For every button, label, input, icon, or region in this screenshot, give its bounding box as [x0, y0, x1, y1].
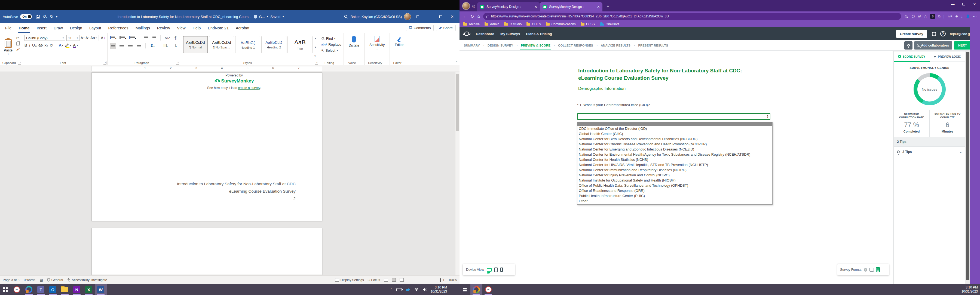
surveymonkey-logo-icon[interactable] — [463, 30, 470, 37]
dropdown-option-blank[interactable] — [578, 122, 772, 126]
tab-review[interactable]: Review — [154, 23, 174, 33]
bookmark-archive[interactable]: Archive — [463, 22, 480, 26]
split-screen-icon[interactable]: ⧉ — [938, 14, 940, 18]
tab-help[interactable]: Help — [189, 23, 204, 33]
close-button[interactable]: ✕ — [447, 13, 457, 21]
taskbar-word[interactable]: W — [95, 284, 107, 295]
user-avatar[interactable] — [404, 13, 411, 20]
style-no-spacing[interactable]: AaBbCcDd¶ No Spac... — [209, 36, 234, 53]
help-icon[interactable]: ? — [940, 31, 946, 36]
sensitivity-status[interactable]: General — [48, 278, 63, 282]
browser-tab-1[interactable]: SurveyMonkey Design : ✕ — [477, 2, 540, 11]
bold-button[interactable]: B — [24, 43, 27, 48]
more-menu-icon[interactable]: ⋯ — [973, 14, 977, 19]
font-dialog-launcher[interactable]: ↘ — [103, 62, 107, 65]
browser-profile-avatar[interactable] — [462, 2, 470, 10]
address-bar[interactable]: https://www.surveymonkey.com/create/prev… — [483, 13, 901, 20]
create-survey-button[interactable]: Create survey — [896, 30, 927, 38]
browser-restore-button[interactable] — [958, 0, 969, 8]
zoom-level[interactable]: 100% — [449, 278, 457, 282]
browser-minimize-button[interactable]: — — [947, 0, 958, 8]
taskbar-outlook[interactable]: O — [47, 284, 59, 295]
bookmark-star-icon[interactable]: ☆ — [924, 14, 927, 19]
numbering-icon[interactable]: ▾ — [119, 35, 127, 41]
taskbar-clipchamp[interactable] — [23, 284, 35, 295]
styles-dialog-launcher[interactable]: ↘ — [315, 62, 318, 65]
start-button[interactable] — [460, 284, 470, 295]
tab-draw[interactable]: Draw — [50, 23, 67, 33]
tracking-shield-icon[interactable]: ⬡ — [912, 14, 915, 19]
bullets-icon[interactable]: ▾ — [110, 35, 117, 41]
tab-mailings[interactable]: Mailings — [132, 23, 154, 33]
dropdown-option[interactable]: Public Health Infrastructure Center (PHI… — [578, 193, 772, 198]
decrease-indent-icon[interactable] — [143, 35, 149, 41]
sort-icon[interactable]: A↓Z — [164, 36, 171, 40]
save-icon[interactable] — [36, 14, 40, 19]
subscript-button[interactable]: x₂ — [45, 43, 48, 48]
info-icon[interactable]: i — [864, 268, 867, 271]
web-layout-icon[interactable] — [399, 278, 404, 282]
bookmark-onedrive[interactable]: OneDrive — [600, 22, 620, 26]
tab-close-icon[interactable]: ✕ — [535, 5, 537, 9]
search-icon[interactable] — [344, 14, 348, 19]
bookmark-admin[interactable]: Admin — [485, 22, 499, 26]
apps-grid-icon[interactable] — [932, 32, 936, 36]
redo-icon[interactable]: ↻ — [50, 14, 53, 19]
highlight-color-icon[interactable]: 🖉▾ — [65, 43, 71, 48]
nav-dashboard[interactable]: Dashboard — [476, 32, 494, 36]
print-layout-icon[interactable] — [392, 278, 396, 282]
autosave-toggle[interactable]: On — [20, 14, 32, 19]
add-collaborators-button[interactable]: Add collaborators — [914, 41, 952, 49]
dropdown-option[interactable]: National Center for HIV/AIDS, Viral Hepa… — [578, 162, 772, 167]
classic-format-icon[interactable] — [876, 267, 880, 272]
tab-design[interactable]: Design — [67, 23, 86, 33]
saved-status[interactable]: Saved — [270, 15, 280, 19]
page-scrollbar-thumb[interactable] — [966, 52, 969, 280]
tab-close-icon[interactable]: ✕ — [597, 5, 600, 9]
taskbar-excel[interactable]: X — [83, 284, 95, 295]
taskbar-snipping-tool[interactable]: ✂ — [11, 284, 23, 295]
format-painter-icon[interactable]: 🖌 — [16, 47, 20, 51]
dropdown-option[interactable]: Office of Public Health Data, Surveillan… — [578, 183, 772, 188]
reload-icon[interactable]: ↻ — [470, 14, 474, 19]
bookmark-ches[interactable]: CHES — [527, 22, 541, 26]
align-right-button[interactable] — [127, 43, 134, 49]
align-center-button[interactable] — [118, 43, 125, 49]
styles-scroll-up-icon[interactable]: ▲ — [314, 37, 317, 40]
styles-gallery-more-icon[interactable]: ⊽ — [314, 55, 317, 57]
ruler[interactable]: 1 2 3 4 5 6 7 — [0, 65, 460, 72]
step-design-survey[interactable]: DESIGN SURVEY — [487, 41, 514, 50]
clear-formatting-icon[interactable]: A◊ — [101, 36, 105, 40]
undo-icon[interactable]: ↺▾ — [43, 14, 48, 19]
battery-icon[interactable] — [396, 288, 402, 291]
replace-button[interactable]: ab⇄Replace — [321, 43, 341, 46]
right-clock[interactable]: 3:10 PM10/31/2023 — [961, 285, 978, 293]
dropdown-option[interactable]: National Center for Health Statistics (N… — [578, 157, 772, 162]
downloads-icon[interactable]: ↓ — [961, 14, 963, 19]
read-mode-icon[interactable] — [384, 278, 388, 282]
zoom-slider[interactable]: − + — [407, 278, 445, 282]
editor-button[interactable]: Editor — [392, 35, 406, 60]
tablet-view-icon[interactable] — [494, 268, 498, 272]
taskbar-browser[interactable] — [470, 284, 482, 295]
word-scrollbar[interactable] — [455, 72, 460, 275]
document-page-4[interactable] — [91, 228, 322, 275]
bookmark-communications[interactable]: Communications — [546, 22, 576, 26]
dropdown-option[interactable]: CDC Immediate Office of the Director (IO… — [578, 126, 772, 131]
dropdown-option[interactable]: Global Health Center (GHC) — [578, 131, 772, 136]
favorites-list-icon[interactable]: ☆≡ — [947, 14, 952, 18]
ribbon-display-options-icon[interactable] — [413, 13, 423, 21]
zoom-out-icon[interactable]: − — [407, 278, 409, 282]
tray-chevron-icon[interactable]: ⌃ — [390, 288, 393, 292]
step-summary[interactable]: SUMMARY — [463, 41, 480, 50]
italic-button[interactable]: I — [29, 43, 30, 48]
nav-plans-pricing[interactable]: Plans & Pricing — [526, 32, 552, 36]
word-scrollbar-thumb[interactable] — [456, 74, 459, 131]
line-spacing-icon[interactable]: ⇕▾ — [149, 43, 156, 49]
dictate-button[interactable]: Dictate — [346, 35, 362, 60]
dropdown-option[interactable]: National Institute for Occupational Safe… — [578, 178, 772, 183]
align-left-button[interactable] — [110, 43, 116, 49]
wifi-icon[interactable] — [414, 288, 419, 291]
start-button[interactable] — [0, 284, 11, 295]
step-analyze-results[interactable]: ANALYZE RESULTS — [600, 41, 631, 50]
